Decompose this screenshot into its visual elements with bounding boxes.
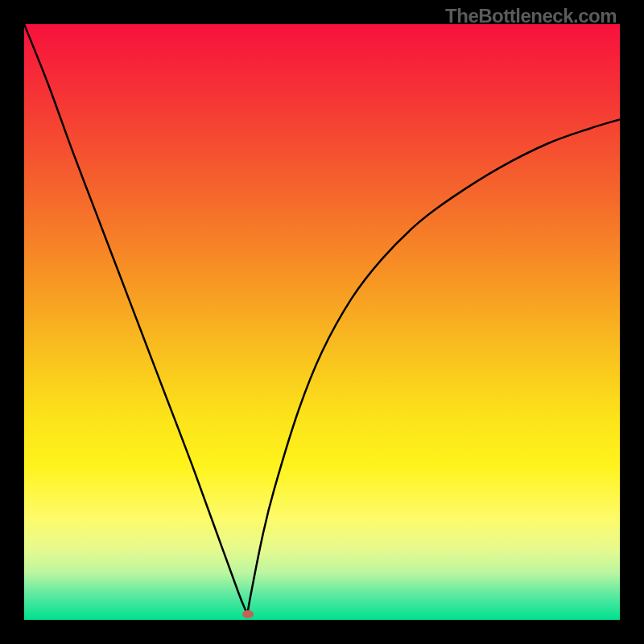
bottleneck-curve	[24, 24, 620, 620]
minimum-marker	[242, 610, 254, 618]
plot-area	[24, 24, 620, 620]
curve-right	[248, 119, 621, 613]
curve-left	[24, 24, 248, 614]
chart-container: TheBottleneck.com	[0, 0, 644, 644]
